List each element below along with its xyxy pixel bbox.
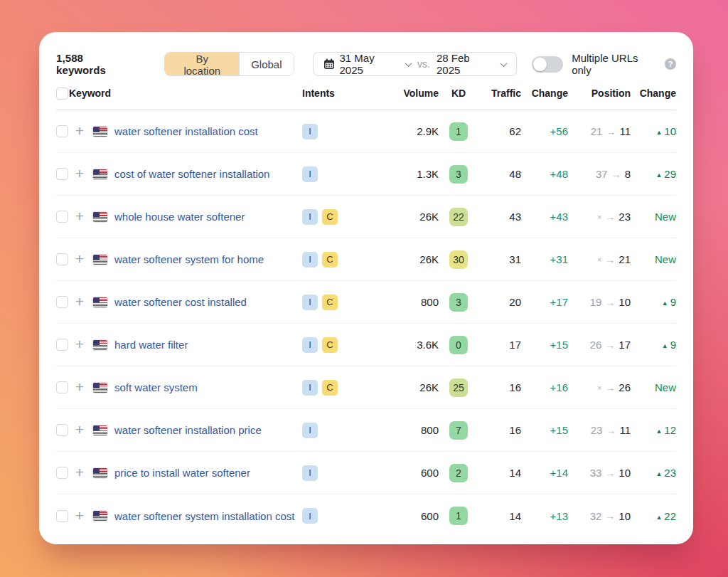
position-arrow-icon: →	[605, 467, 615, 479]
select-all-checkbox[interactable]	[56, 88, 68, 100]
kd-badge: 3	[449, 293, 468, 312]
intent-badge-c: C	[322, 380, 338, 396]
change-cell: +15	[521, 424, 568, 436]
intents-cell: IC	[302, 380, 385, 396]
add-keyword-button[interactable]: +	[75, 208, 84, 225]
keyword-link[interactable]: whole house water softener	[114, 209, 302, 224]
table-row: + price to install water softener I 600 …	[56, 452, 676, 494]
position-to: 17	[619, 339, 631, 351]
column-header-position-change[interactable]: Change	[631, 88, 676, 99]
intent-badge-c: C	[322, 295, 338, 310]
keyword-link[interactable]: price to install water softener	[114, 465, 302, 480]
position-change-value: 10	[664, 125, 676, 137]
position-change-value: 9	[670, 296, 676, 308]
intents-cell: IC	[302, 209, 385, 225]
location-segmented-control: By location Global	[164, 52, 294, 76]
row-checkbox[interactable]	[56, 125, 68, 137]
position-change-value: 23	[664, 467, 676, 479]
keyword-link[interactable]: water softener cost installed	[114, 295, 302, 309]
help-icon[interactable]: ?	[665, 58, 676, 70]
intents-cell: I	[302, 166, 385, 182]
intent-badge-c: C	[322, 252, 338, 268]
position-change-cell: New	[631, 381, 676, 393]
keywords-panel: 1,588 keywords By location Global 31 May	[39, 32, 693, 544]
row-checkbox[interactable]	[56, 424, 68, 436]
position-cell: 33 → 10	[568, 467, 631, 479]
keyword-link[interactable]: water softener installation cost	[114, 124, 302, 139]
us-flag-icon	[93, 468, 107, 478]
column-header-position[interactable]: Position	[568, 88, 631, 99]
intent-badge-c: C	[322, 209, 338, 225]
multiple-urls-toggle[interactable]	[532, 56, 563, 73]
add-keyword-button[interactable]: +	[75, 422, 84, 438]
add-keyword-button[interactable]: +	[75, 508, 84, 524]
position-from: 37	[596, 168, 608, 180]
add-keyword-button[interactable]: +	[75, 294, 84, 310]
add-keyword-button[interactable]: +	[75, 379, 84, 396]
table-row: + cost of water softener installation I …	[56, 153, 676, 196]
keyword-link[interactable]: soft water system	[114, 380, 302, 395]
intent-badge-i: I	[302, 252, 318, 268]
keyword-link[interactable]: water softener system installation cost	[114, 509, 302, 524]
traffic-cell: 48	[478, 168, 521, 180]
row-checkbox[interactable]	[56, 253, 68, 265]
keyword-link[interactable]: water softener installation price	[114, 423, 302, 438]
column-header-volume[interactable]: Volume	[385, 88, 439, 99]
intent-badge-i: I	[302, 508, 318, 524]
column-header-traffic[interactable]: Traffic	[478, 88, 521, 99]
column-header-change[interactable]: Change	[521, 88, 568, 99]
add-keyword-button[interactable]: +	[75, 251, 84, 268]
add-keyword-button[interactable]: +	[75, 337, 84, 353]
position-change-cell: ▲29	[631, 168, 676, 180]
row-checkbox[interactable]	[56, 168, 68, 180]
column-header-kd[interactable]: KD	[439, 88, 478, 99]
position-from: 33	[590, 467, 602, 479]
intents-cell: I	[302, 423, 385, 438]
row-checkbox[interactable]	[56, 296, 68, 308]
date-range-picker[interactable]: 31 May 2025 vs. 28 Feb 2025	[313, 52, 518, 76]
keyword-link[interactable]: hard water filter	[114, 337, 302, 352]
position-cell: 23 → 11	[568, 424, 631, 436]
intent-badge-i: I	[302, 166, 318, 182]
by-location-button[interactable]: By location	[165, 53, 239, 75]
intent-badge-i: I	[302, 380, 318, 396]
add-keyword-button[interactable]: +	[75, 465, 84, 481]
column-header-intents[interactable]: Intents	[302, 88, 385, 99]
triangle-up-icon: ▲	[655, 129, 662, 136]
volume-cell: 800	[385, 296, 439, 308]
position-arrow-icon: →	[606, 425, 616, 436]
intents-cell: IC	[302, 295, 385, 310]
kd-badge: 22	[449, 208, 468, 226]
keyword-link[interactable]: water softener system for home	[114, 252, 302, 267]
position-from: ×	[597, 383, 601, 392]
triangle-up-icon: ▲	[655, 171, 662, 179]
volume-cell: 600	[385, 467, 439, 479]
keyword-link[interactable]: cost of water softener installation	[114, 166, 302, 181]
triangle-up-icon: ▲	[655, 470, 662, 477]
intent-badge-i: I	[302, 124, 318, 139]
position-change-cell: ▲22	[631, 510, 676, 522]
volume-cell: 800	[385, 424, 439, 436]
position-from: ×	[597, 213, 601, 221]
row-checkbox[interactable]	[56, 339, 68, 351]
start-date: 31 May 2025	[340, 52, 401, 76]
kd-badge: 3	[449, 165, 468, 184]
table-row: + water softener cost installed IC 800 3…	[56, 281, 676, 324]
intents-cell: I	[302, 124, 385, 139]
add-keyword-button[interactable]: +	[75, 123, 84, 139]
column-header-keyword[interactable]: Keyword	[69, 88, 302, 99]
row-checkbox[interactable]	[56, 467, 68, 479]
row-checkbox[interactable]	[56, 510, 68, 522]
intent-badge-c: C	[322, 337, 338, 353]
position-from: 32	[590, 510, 602, 522]
intent-badge-i: I	[302, 295, 318, 310]
us-flag-icon	[93, 340, 107, 350]
volume-cell: 26K	[385, 381, 439, 393]
position-arrow-icon: →	[606, 126, 616, 137]
global-button[interactable]: Global	[239, 53, 293, 75]
row-checkbox[interactable]	[56, 211, 68, 223]
add-keyword-button[interactable]: +	[75, 166, 84, 182]
position-from: ×	[597, 255, 601, 264]
position-to: 21	[619, 253, 631, 265]
row-checkbox[interactable]	[56, 381, 68, 393]
